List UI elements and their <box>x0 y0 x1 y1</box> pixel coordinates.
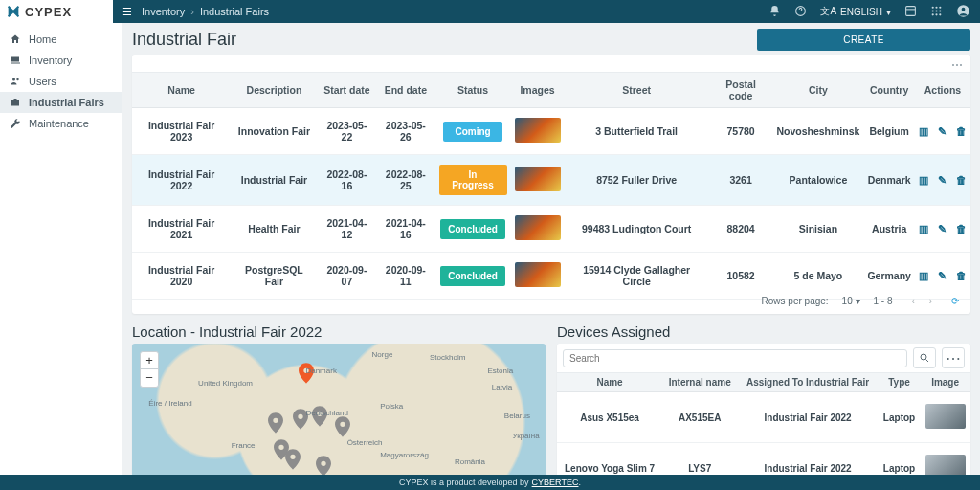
delete-icon[interactable]: 🗑 <box>956 270 967 282</box>
view-icon[interactable]: ▥ <box>919 270 928 282</box>
table-row[interactable]: Lenovo Yoga Slim 7LYS7Industrial Fair 20… <box>557 443 970 476</box>
column-header[interactable]: Start date <box>318 73 376 108</box>
map-pin[interactable] <box>316 456 331 475</box>
svg-point-12 <box>962 7 966 11</box>
map-pin[interactable] <box>285 449 301 470</box>
delete-icon[interactable]: 🗑 <box>956 223 967 235</box>
users-icon <box>10 76 21 87</box>
status-badge: Concluded <box>440 266 505 286</box>
prev-page-icon[interactable]: ‹ <box>906 296 921 306</box>
topbar-actions: 文A ENGLISH ▾ <box>768 4 970 20</box>
column-header[interactable]: Country <box>863 73 915 108</box>
sidebar-item-users[interactable]: Users <box>0 71 122 92</box>
column-header[interactable]: Image <box>920 373 970 392</box>
column-header[interactable]: Assigned To Industrial Fair <box>737 373 879 392</box>
view-icon[interactable]: ▥ <box>919 125 928 138</box>
lower-row: Location - Industrial Fair 2022 + − Norg… <box>132 323 970 475</box>
view-icon[interactable]: ▥ <box>919 174 928 187</box>
menu-toggle-icon[interactable]: ☰ <box>122 6 132 18</box>
map-label: France <box>232 441 256 450</box>
cell-assigned-fair: Industrial Fair 2022 <box>737 443 879 476</box>
column-header[interactable]: Street <box>565 73 709 108</box>
sidebar-item-maintenance[interactable]: Maintenance <box>0 113 122 134</box>
breadcrumb-root[interactable]: Inventory <box>142 6 185 17</box>
help-icon[interactable] <box>794 5 807 19</box>
fair-thumbnail[interactable] <box>515 118 561 143</box>
location-map[interactable]: + − NorgeStockholmEstoniaLatviaBelarusUn… <box>132 344 546 475</box>
rows-per-page-select[interactable]: 10 ▾ <box>842 296 860 306</box>
cell-type: Laptop <box>879 392 920 443</box>
column-header[interactable]: Status <box>435 73 511 108</box>
logo[interactable]: CYPEX <box>0 0 113 23</box>
column-header[interactable]: City <box>772 73 863 108</box>
sidebar-item-inventory[interactable]: Inventory <box>0 50 122 71</box>
create-button[interactable]: CREATE <box>757 29 970 51</box>
fair-thumbnail[interactable] <box>515 215 561 240</box>
refresh-icon[interactable]: ⟳ <box>951 296 959 306</box>
footer-link[interactable]: CYBERTEC <box>532 478 579 487</box>
cell-country: Belgium <box>863 108 915 155</box>
table-row[interactable]: Industrial Fair 2021Health Fair2021-04-1… <box>132 206 970 253</box>
svg-rect-1 <box>906 6 916 15</box>
table-row[interactable]: Industrial Fair 2023Innovation Fair2023-… <box>132 108 970 155</box>
edit-icon[interactable]: ✎ <box>938 270 947 282</box>
sidebar-item-home[interactable]: Home <box>0 29 122 50</box>
map-label: România <box>455 457 485 466</box>
cell-postal: 75780 <box>709 108 773 155</box>
devices-column: Devices Assigned ⋯ NameInternal nameAssi… <box>557 323 970 475</box>
devices-menu-icon[interactable]: ⋯ <box>942 347 965 368</box>
zoom-out-button[interactable]: − <box>141 369 158 387</box>
cell-name: Industrial Fair 2022 <box>132 155 231 206</box>
breadcrumb: Inventory › Industrial Fairs <box>142 6 269 17</box>
table-row[interactable]: Industrial Fair 2022Industrial Fair2022-… <box>132 155 970 206</box>
language-selector[interactable]: 文A ENGLISH ▾ <box>820 5 891 18</box>
cell-status: Coming <box>435 108 511 155</box>
edit-icon[interactable]: ✎ <box>938 223 947 235</box>
home-icon <box>10 33 21 45</box>
device-thumbnail[interactable] <box>925 455 966 475</box>
map-label: Stockholm <box>430 353 465 362</box>
fair-thumbnail[interactable] <box>515 262 561 287</box>
devices-search-input[interactable] <box>563 349 907 368</box>
bell-icon[interactable] <box>768 5 781 19</box>
column-header[interactable]: Internal name <box>662 373 737 392</box>
column-header[interactable]: Type <box>879 373 920 392</box>
column-header[interactable]: Actions <box>915 73 970 108</box>
device-thumbnail[interactable] <box>925 404 966 429</box>
status-badge: Coming <box>443 122 502 142</box>
map-label: Україна <box>512 432 539 440</box>
cell-description: Innovation Fair <box>231 108 317 155</box>
main-content: Industrial Fair CREATE ⋯ NameDescription… <box>122 23 980 475</box>
map-pin[interactable] <box>335 416 350 437</box>
cell-device-name: Asus X515ea <box>557 392 662 443</box>
table-row[interactable]: Asus X515eaAX515EAIndustrial Fair 2022La… <box>557 392 970 443</box>
sidebar: Home Inventory Users Industrial Fairs Ma… <box>0 23 122 475</box>
cell-country: Denmark <box>863 155 915 206</box>
search-button[interactable] <box>913 347 936 368</box>
apps-icon[interactable] <box>930 5 943 19</box>
devices-toolbar: ⋯ <box>557 344 970 373</box>
sidebar-item-industrial-fairs[interactable]: Industrial Fairs <box>0 92 122 113</box>
view-icon[interactable]: ▥ <box>919 223 928 235</box>
edit-icon[interactable]: ✎ <box>938 125 947 138</box>
account-icon[interactable] <box>956 4 970 20</box>
delete-icon[interactable]: 🗑 <box>956 174 967 187</box>
column-header[interactable]: Name <box>557 373 662 392</box>
delete-icon[interactable]: 🗑 <box>956 125 967 138</box>
edit-icon[interactable]: ✎ <box>938 174 947 187</box>
column-header[interactable]: Postal code <box>709 73 773 108</box>
layout-icon[interactable] <box>904 5 917 19</box>
column-header[interactable]: Name <box>132 73 231 108</box>
map-pin[interactable] <box>268 412 283 434</box>
column-header[interactable]: End date <box>376 73 434 108</box>
card-menu-icon[interactable]: ⋯ <box>132 55 970 72</box>
column-header[interactable]: Images <box>511 73 565 108</box>
next-page-icon[interactable]: › <box>924 296 938 306</box>
zoom-in-button[interactable]: + <box>141 352 158 369</box>
cell-internal-name: LYS7 <box>662 443 737 476</box>
cell-end-date: 2022-08-25 <box>376 155 434 206</box>
column-header[interactable]: Description <box>231 73 317 108</box>
fair-thumbnail[interactable] <box>515 167 561 191</box>
cell-start-date: 2022-08-16 <box>318 155 376 206</box>
sidebar-item-label: Home <box>29 33 56 45</box>
